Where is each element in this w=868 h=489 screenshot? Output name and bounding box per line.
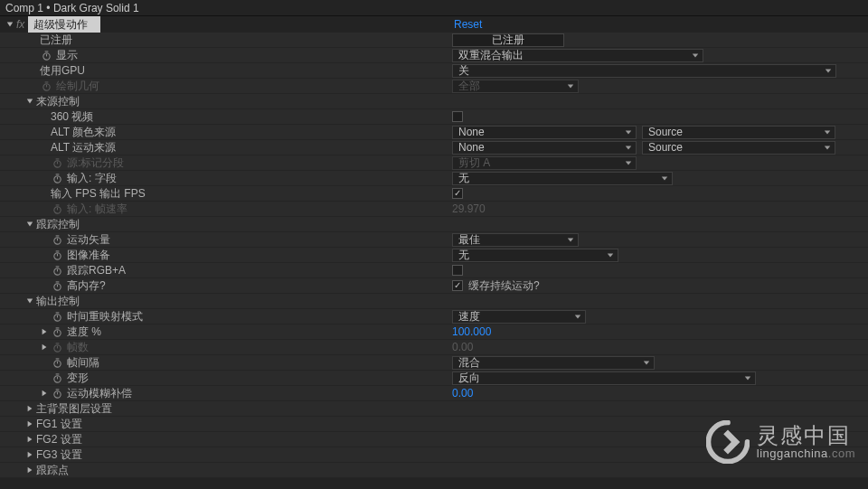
prop-high-memory: 高内存? 缓存持续运动? <box>0 278 868 294</box>
svg-marker-69 <box>28 452 33 457</box>
prop-source-marker-segment: 源:标记分段 剪切 A <box>0 155 868 171</box>
prop-image-prep: 图像准备 无 <box>0 248 868 263</box>
label-image-prep: 图像准备 <box>67 248 110 263</box>
label-fg1-settings: FG1 设置 <box>36 417 82 432</box>
label-alt-color-source: ALT 颜色来源 <box>51 125 116 140</box>
group-twisty[interactable] <box>25 419 34 428</box>
cache-motion-checkbox[interactable] <box>452 280 463 291</box>
chevron-down-icon <box>567 80 574 92</box>
group-fg3-settings: FG3 设置 <box>0 447 868 463</box>
fps-checkbox[interactable] <box>452 188 463 199</box>
label-cache-motion: 缓存持续运动? <box>468 278 540 294</box>
360-video-checkbox[interactable] <box>452 111 463 122</box>
prop-twisty[interactable] <box>40 389 49 398</box>
label-alt-motion-source: ALT 运动来源 <box>51 140 116 155</box>
stopwatch-icon[interactable] <box>40 49 52 61</box>
prop-motion-blur-comp: 运动模糊补偿 0.00 <box>0 386 868 401</box>
prop-alt-motion-source: ALT 运动来源 None Source <box>0 140 868 155</box>
chevron-down-icon <box>567 233 574 246</box>
prop-display: 显示 双重混合输出 <box>0 48 868 63</box>
label-input-field: 输入: 字段 <box>67 171 117 186</box>
group-twisty[interactable] <box>25 450 34 459</box>
label-frame-gap: 帧间隔 <box>67 355 99 371</box>
label-bg-layer-settings: 主背景图层设置 <box>36 401 112 417</box>
svg-marker-10 <box>27 99 33 104</box>
stopwatch-icon[interactable] <box>51 249 63 261</box>
image-prep-dropdown[interactable]: 无 <box>452 249 618 262</box>
svg-marker-0 <box>7 23 13 27</box>
prop-time-remap-mode: 时间重映射模式 速度 <box>0 309 868 324</box>
frame-count-value: 0.00 <box>452 341 473 353</box>
registered-textbox[interactable]: 已注册 <box>452 33 564 47</box>
prop-alt-color-source: ALT 颜色来源 None Source <box>0 125 868 140</box>
reset-link[interactable]: Reset <box>454 18 482 31</box>
label-360-video: 360 视频 <box>51 109 93 125</box>
chevron-down-icon <box>824 126 831 138</box>
draw-geometry-dropdown: 全部 <box>452 80 579 93</box>
stopwatch-icon[interactable] <box>51 172 63 184</box>
effect-name[interactable]: 超级慢动作 <box>28 16 100 33</box>
chevron-down-icon <box>692 49 699 61</box>
stopwatch-icon[interactable] <box>51 233 63 246</box>
stopwatch-icon[interactable] <box>51 279 63 292</box>
group-twisty[interactable] <box>25 220 34 229</box>
chevron-down-icon <box>607 249 614 261</box>
stopwatch-icon[interactable] <box>51 371 63 384</box>
group-twisty[interactable] <box>25 435 34 444</box>
label-time-remap-mode: 时间重映射模式 <box>67 309 143 324</box>
label-deform: 变形 <box>67 371 89 386</box>
deform-dropdown[interactable]: 反向 <box>452 371 756 385</box>
stopwatch-icon[interactable] <box>51 310 63 323</box>
use-gpu-dropdown[interactable]: 关 <box>452 64 836 78</box>
svg-marker-13 <box>626 146 631 149</box>
stopwatch-icon[interactable] <box>51 356 63 369</box>
comp-layer-title: Comp 1 • Dark Gray Solid 1 <box>5 2 139 14</box>
group-twisty[interactable] <box>25 296 34 306</box>
svg-marker-61 <box>745 376 750 380</box>
label-registered: 已注册 <box>40 33 72 48</box>
alt-motion-layer-dropdown[interactable]: None <box>452 141 637 155</box>
svg-marker-67 <box>28 421 33 427</box>
time-remap-dropdown[interactable]: 速度 <box>452 310 586 324</box>
group-twisty[interactable] <box>25 404 34 413</box>
group-twisty[interactable] <box>25 97 34 106</box>
label-motion-blur-comp: 运动模糊补偿 <box>67 386 132 401</box>
motion-vector-dropdown[interactable]: 最佳 <box>452 233 579 247</box>
effect-twisty[interactable] <box>5 20 14 29</box>
group-twisty[interactable] <box>25 465 34 475</box>
prop-deform: 变形 反向 <box>0 371 868 386</box>
stopwatch-icon[interactable] <box>51 264 63 277</box>
stopwatch-icon[interactable] <box>51 325 63 338</box>
alt-color-layer-dropdown[interactable]: None <box>452 126 637 139</box>
group-track-control: 跟踪控制 <box>0 217 868 232</box>
motion-blur-comp-value[interactable]: 0.00 <box>452 387 473 400</box>
label-source-marker-segment: 源:标记分段 <box>67 155 124 171</box>
chevron-down-icon <box>574 310 581 323</box>
display-dropdown[interactable]: 双重混合输出 <box>452 49 703 62</box>
label-output-control: 输出控制 <box>36 294 80 309</box>
label-input-fps-output-fps: 输入 FPS 输出 FPS <box>51 186 146 202</box>
stopwatch-icon <box>51 202 63 215</box>
speed-percent-value[interactable]: 100.000 <box>452 325 491 338</box>
stopwatch-icon <box>51 156 63 169</box>
svg-marker-45 <box>575 315 580 318</box>
svg-marker-57 <box>644 361 649 364</box>
chevron-down-icon <box>661 172 668 184</box>
prop-twisty[interactable] <box>40 327 49 336</box>
prop-frame-gap: 帧间隔 混合 <box>0 355 868 371</box>
prop-input-field: 输入: 字段 无 <box>0 171 868 186</box>
prop-motion-vector: 运动矢量 最佳 <box>0 232 868 248</box>
stopwatch-icon[interactable] <box>51 387 63 400</box>
prop-registered: 已注册 已注册 <box>0 33 868 48</box>
label-fg2-settings: FG2 设置 <box>36 432 82 447</box>
prop-speed-percent: 速度 % 100.000 <box>0 324 868 340</box>
frame-gap-dropdown[interactable]: 混合 <box>452 356 655 370</box>
track-rgba-checkbox[interactable] <box>452 265 463 276</box>
alt-motion-source-dropdown[interactable]: Source <box>642 141 835 155</box>
alt-color-source-dropdown[interactable]: Source <box>642 126 835 139</box>
label-track-control: 跟踪控制 <box>36 217 80 232</box>
group-fg2-settings: FG2 设置 <box>0 432 868 447</box>
input-field-dropdown[interactable]: 无 <box>452 172 673 185</box>
stopwatch-icon <box>51 341 63 353</box>
prop-use-gpu: 使用GPU 关 <box>0 63 868 79</box>
